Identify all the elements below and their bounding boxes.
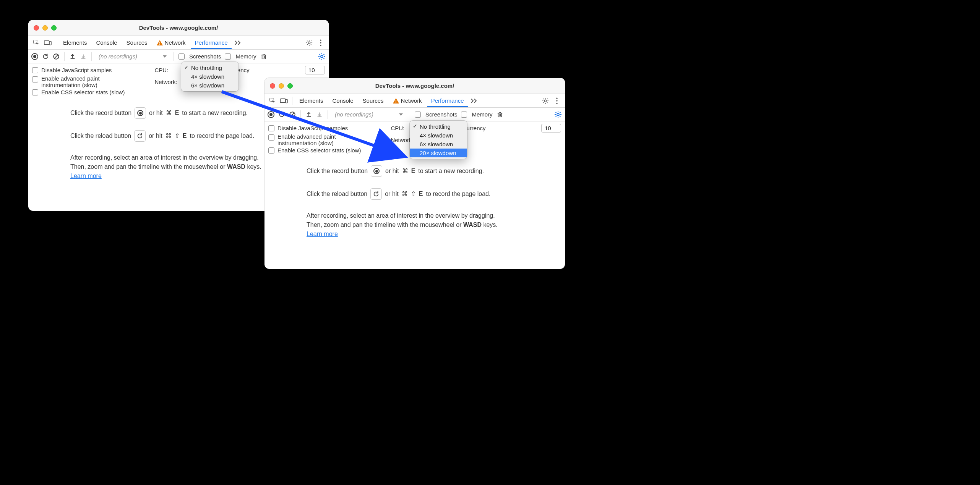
enable-paint-checkbox[interactable]: Enable advanced paint instrumentation (s…	[32, 75, 149, 88]
capture-settings-icon[interactable]	[554, 111, 562, 118]
dropdown-item[interactable]: No throttling	[410, 122, 467, 131]
svg-point-20	[544, 100, 546, 102]
settings-icon[interactable]	[540, 96, 550, 106]
recordings-select[interactable]: (no recordings)	[96, 53, 169, 60]
enable-css-checkbox[interactable]: Enable CSS selector stats (slow)	[32, 89, 149, 95]
device-toolbar-icon[interactable]	[279, 96, 289, 106]
titlebar: DevTools - www.google.com/	[28, 20, 329, 36]
svg-rect-17	[286, 99, 287, 103]
dropdown-item[interactable]: 4× slowdown	[181, 72, 239, 81]
enable-css-checkbox[interactable]: Enable CSS selector stats (slow)	[268, 147, 385, 154]
tab-performance[interactable]: Performance	[191, 36, 232, 49]
dropdown-item[interactable]: 6× slowdown	[410, 140, 467, 149]
svg-rect-15	[281, 99, 286, 102]
learn-more-link[interactable]: Learn more	[70, 173, 102, 179]
devtools-window-b: DevTools - www.google.com/ Elements Cons…	[264, 78, 565, 269]
screenshots-checkbox[interactable]: Screenshots	[178, 53, 221, 60]
svg-rect-19	[396, 102, 396, 103]
reload-button-inline[interactable]	[134, 130, 146, 142]
inspect-icon[interactable]	[268, 96, 277, 106]
more-tabs-icon[interactable]	[233, 38, 243, 48]
svg-point-27	[557, 113, 559, 116]
svg-line-25	[290, 113, 294, 116]
reload-button-inline[interactable]	[370, 188, 382, 200]
hardware-concurrency-input[interactable]	[541, 124, 561, 133]
tab-sources[interactable]: Sources	[123, 36, 151, 50]
caret-down-icon	[399, 113, 403, 116]
kebab-menu-icon[interactable]	[316, 38, 326, 48]
recordings-placeholder: (no recordings)	[99, 53, 137, 60]
cpu-throttling-dropdown[interactable]: No throttling4× slowdown6× slowdown20× s…	[410, 121, 467, 159]
titlebar: DevTools - www.google.com/	[264, 78, 565, 94]
tab-network[interactable]: Network	[153, 36, 190, 50]
dropdown-item[interactable]: 4× slowdown	[410, 131, 467, 140]
cpu-throttling-dropdown[interactable]: No throttling4× slowdown6× slowdown	[181, 62, 239, 91]
dropdown-item[interactable]: 6× slowdown	[181, 81, 239, 90]
svg-line-11	[54, 55, 58, 58]
reload-button[interactable]	[278, 111, 285, 118]
tab-network-label: Network	[401, 97, 422, 104]
dropdown-item[interactable]: No throttling	[181, 63, 239, 72]
learn-more-link[interactable]: Learn more	[307, 231, 338, 237]
clear-button[interactable]	[289, 111, 296, 118]
memory-checkbox[interactable]: Memory	[461, 111, 492, 118]
svg-point-9	[320, 44, 321, 46]
inspect-icon[interactable]	[31, 38, 41, 48]
record-button-inline[interactable]	[135, 107, 146, 119]
performance-toolbar: (no recordings) Screenshots Memory	[264, 108, 565, 121]
collect-garbage-icon[interactable]	[496, 111, 503, 118]
kebab-menu-icon[interactable]	[552, 96, 562, 106]
collect-garbage-icon[interactable]	[260, 53, 267, 60]
network-label: Network:	[154, 79, 177, 85]
cpu-label: CPU:	[154, 67, 177, 73]
screenshots-checkbox[interactable]: Screenshots	[415, 111, 457, 118]
upload-button[interactable]	[69, 53, 76, 60]
enable-paint-checkbox[interactable]: Enable advanced paint instrumentation (s…	[268, 133, 385, 146]
disable-js-checkbox[interactable]: Disable JavaScript samples	[32, 67, 149, 73]
capture-settings-icon[interactable]	[318, 53, 326, 60]
window-title: DevTools - www.google.com/	[28, 24, 329, 31]
more-tabs-icon[interactable]	[469, 96, 479, 106]
tab-elements[interactable]: Elements	[59, 36, 91, 50]
svg-point-21	[556, 97, 558, 99]
settings-icon[interactable]	[304, 38, 314, 48]
hardware-concurrency-input[interactable]	[305, 66, 325, 74]
warning-icon	[157, 40, 163, 45]
caret-down-icon	[163, 55, 167, 58]
window-title: DevTools - www.google.com/	[264, 82, 565, 89]
clear-button[interactable]	[53, 53, 60, 60]
download-button[interactable]	[80, 53, 87, 60]
disable-js-checkbox[interactable]: Disable JavaScript samples	[268, 125, 385, 131]
download-button[interactable]	[316, 111, 323, 118]
dropdown-item[interactable]: 20× slowdown	[410, 149, 467, 157]
svg-rect-1	[44, 40, 49, 44]
svg-point-22	[556, 100, 558, 102]
tab-sources[interactable]: Sources	[359, 94, 388, 108]
reload-button[interactable]	[42, 53, 49, 60]
svg-rect-26	[498, 113, 501, 117]
svg-point-6	[308, 42, 310, 44]
svg-rect-2	[44, 44, 50, 45]
upload-button[interactable]	[305, 111, 312, 118]
main-tabbar: Elements Console Sources Network Perform…	[264, 94, 565, 108]
recordings-select[interactable]: (no recordings)	[333, 111, 405, 118]
tab-console[interactable]: Console	[329, 94, 357, 108]
help-paragraph: After recording, select an area of inter…	[307, 211, 556, 239]
svg-rect-3	[49, 41, 51, 45]
memory-checkbox[interactable]: Memory	[225, 53, 256, 60]
svg-rect-5	[159, 44, 160, 45]
record-button-inline[interactable]	[371, 165, 382, 177]
record-button[interactable]	[31, 53, 38, 60]
help-area: Click the record button or hit ⌘ E to st…	[264, 156, 565, 249]
tab-network[interactable]: Network	[389, 94, 426, 108]
tab-performance[interactable]: Performance	[427, 94, 468, 107]
svg-point-13	[321, 55, 323, 58]
tab-elements[interactable]: Elements	[295, 94, 327, 108]
svg-point-8	[320, 42, 321, 44]
warning-icon	[393, 98, 399, 103]
svg-rect-16	[280, 102, 286, 103]
performance-toolbar: (no recordings) Screenshots Memory	[28, 50, 329, 63]
device-toolbar-icon[interactable]	[43, 38, 53, 48]
tab-console[interactable]: Console	[92, 36, 121, 50]
record-button[interactable]	[268, 111, 274, 118]
